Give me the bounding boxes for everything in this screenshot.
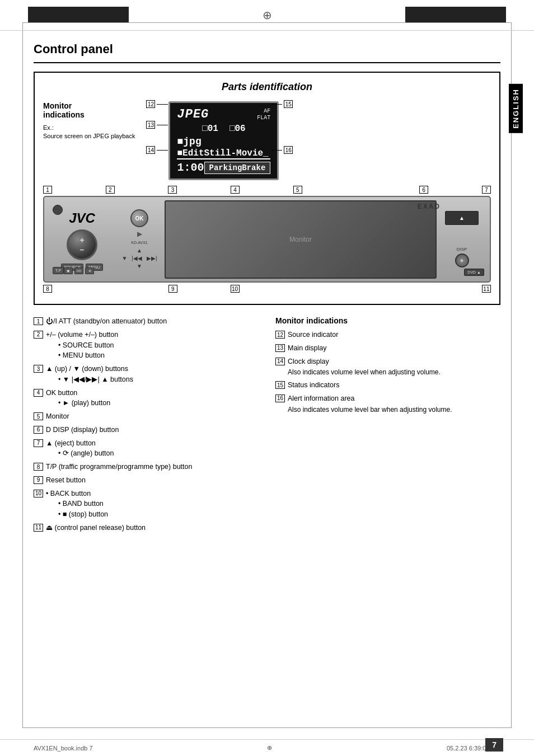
icon-1: ▣: [64, 267, 73, 274]
language-tab: ENGLISH: [509, 84, 523, 133]
callout-4: 4: [231, 186, 240, 194]
callout-14: 14: [146, 146, 155, 154]
sub-2-1: • SOURCE button: [58, 340, 259, 351]
power-button-indicator: [53, 205, 63, 215]
desc-text-12: Source indicator: [288, 330, 500, 340]
nav-up[interactable]: ▲: [137, 247, 142, 253]
desc-text-14: Clock display Also indicates volume leve…: [288, 356, 500, 378]
callout-12-line: [157, 104, 168, 105]
callout-11: 11: [482, 285, 491, 293]
top-callouts-row: 1 2 3 4 5 6 7: [43, 186, 491, 195]
desc-item-14: 14 Clock display Also indicates volume l…: [275, 356, 500, 378]
disp-btn-area: DISP ⊕: [455, 247, 469, 267]
frame-left: [22, 22, 23, 728]
desc-item-1: 1 ⏻/I ATT (standby/on attenuator) button: [34, 316, 259, 327]
callout-14-container: 14: [146, 146, 168, 154]
desc-text-5: Monitor: [46, 411, 259, 422]
tp-button[interactable]: T.P: [53, 267, 64, 274]
callout-13-container: 13: [146, 121, 168, 129]
screen-bottom-row: 1:00 ParkingBrake: [177, 161, 270, 174]
eject-icon: ▲: [459, 215, 465, 221]
desc-item-10: 10 • BACK button • BAND button • ■ (stop…: [34, 489, 259, 520]
bottom-bar: AVX1EN_book.indb 7 ⊕ 05.2.23 6:39:06 PM: [0, 739, 534, 756]
num-6: 6: [34, 426, 43, 434]
desc-left: 1 ⏻/I ATT (standby/on attenuator) button…: [34, 316, 259, 536]
monitor-ex-text: Ex.: Source screen on JPEG playback: [43, 124, 135, 141]
parking-brake: ParkingBrake: [204, 162, 271, 174]
desc-item-6: 6 D DISP (display) button: [34, 425, 259, 435]
icon-2: DD: [74, 267, 83, 274]
desc-item-3: 3 ▲ (up) / ▼ (down) buttons • ▼ |◀◀/▶▶| …: [34, 364, 259, 385]
desc-text-15: Status indicators: [288, 380, 500, 391]
hu-right-panel: ▲ DISP ⊕ DVD ▲: [439, 200, 484, 279]
desc-item-15: 15 Status indicators: [275, 380, 500, 391]
nav-sep: |◀◀: [132, 255, 142, 261]
disp-circle-btn[interactable]: ⊕: [455, 253, 469, 267]
desc-item-12: 12 Source indicator: [275, 330, 500, 340]
ex-label: Ex.:: [43, 124, 54, 131]
description-section: 1 ⏻/I ATT (standby/on attenuator) button…: [34, 316, 500, 536]
nav-down[interactable]: ▼: [137, 263, 142, 269]
volume-knob[interactable]: + –: [67, 229, 97, 260]
nav-next[interactable]: ▶▶|: [147, 255, 157, 261]
bottom-callouts-row: 8 9 10 11: [43, 284, 491, 293]
desc-text-9: Reset button: [46, 475, 259, 486]
filename: ■jpg: [177, 136, 270, 147]
callout-6: 6: [419, 186, 428, 194]
desc-item-7: 7 ▲ (eject) button • ⟳ (angle) button: [34, 438, 259, 459]
sub-3: • ▼ |◀◀/▶▶| ▲ buttons: [58, 374, 259, 385]
monitor-diagram: Monitorindications Ex.: Source screen on…: [43, 101, 491, 180]
num-16: 16: [275, 395, 285, 402]
spacer-b2: [292, 285, 302, 293]
play-arrow: ▶: [137, 230, 142, 238]
num-8: 8: [34, 463, 43, 471]
desc-text-3: ▲ (up) / ▼ (down) buttons • ▼ |◀◀/▶▶| ▲ …: [46, 364, 259, 385]
spacer-b3: [355, 285, 366, 293]
sub-10: • BAND button • ■ (stop) button: [58, 499, 259, 520]
hu-monitor-panel: Monitor: [165, 200, 437, 279]
spacer-b4: [419, 285, 429, 293]
sub-4: • ► (play) button: [58, 398, 259, 408]
bottom-symbol: ⊕: [267, 744, 272, 752]
header-bar-right: [405, 7, 506, 22]
dvd-button[interactable]: DVD ▲: [464, 269, 484, 276]
icons-row: ▣ DD ⊕: [64, 267, 94, 274]
af-text: AF: [257, 108, 270, 115]
sub-7: • ⟳ (angle) button: [58, 448, 259, 459]
num-15: 15: [275, 381, 285, 389]
callout-14-line: [157, 150, 168, 151]
nav-area: ▲ ▼ |◀◀ ▶▶| ▼: [121, 247, 157, 269]
num-12: 12: [275, 331, 285, 339]
num-7: 7: [34, 439, 43, 447]
track-right: □06: [229, 124, 246, 134]
screen-area: 12 13 14: [143, 101, 491, 180]
bottom-center: ⊕: [267, 744, 272, 752]
sub-3-1: • ▼ |◀◀/▶▶| ▲ buttons: [58, 374, 259, 385]
callout-9: 9: [168, 285, 177, 293]
desc-text-4: OK button • ► (play) button: [46, 388, 259, 409]
desc-item-9: 9 Reset button: [34, 475, 259, 486]
jvc-logo: JVC: [69, 210, 95, 226]
track-left: □01: [202, 124, 218, 134]
num-5: 5: [34, 412, 43, 420]
num-13: 13: [275, 344, 285, 352]
callout-3: 3: [168, 186, 177, 194]
disp-label: DISP: [457, 247, 467, 252]
desc-item-16: 16 Alert information area Also indicates…: [275, 393, 500, 415]
time-display: 1:00: [177, 161, 204, 174]
jpeg-text: JPEG: [177, 107, 209, 121]
num-4: 4: [34, 389, 43, 397]
desc-item-5: 5 Monitor: [34, 411, 259, 422]
ok-button[interactable]: OK: [130, 209, 148, 227]
callout-13: 13: [146, 121, 155, 129]
callout-10: 10: [231, 285, 240, 293]
spacer-b1: [105, 285, 115, 293]
num-11: 11: [34, 524, 43, 532]
note-14: Also indicates volume level when adjusti…: [288, 368, 500, 377]
hu-left-panel: JVC + – SOURCE MENU T.P ▣ DD: [50, 200, 114, 279]
nav-prev[interactable]: ▼: [121, 255, 127, 261]
desc-item-4: 4 OK button • ► (play) button: [34, 388, 259, 409]
callout-8: 8: [43, 285, 52, 293]
eject-slot: ▲: [445, 211, 479, 225]
callout-7: 7: [482, 186, 491, 194]
